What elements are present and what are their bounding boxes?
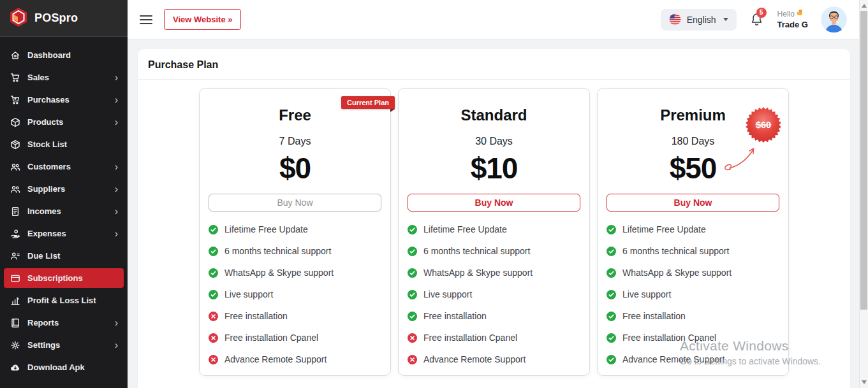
sidebar: POSpro DashboardSales›Purchases›Products… [0,0,128,388]
sidebar-item-reports[interactable]: Reports› [0,312,128,334]
sidebar-item-stock-list[interactable]: Stock List [0,133,128,155]
buy-now-button[interactable]: Buy Now [408,194,580,212]
sidebar-item-label: Reports [27,318,59,327]
feature-row: Live support [209,289,381,299]
pospro-logo-icon [9,7,28,30]
feature-label: Advance Remote Support [423,354,526,364]
sidebar-item-purchases[interactable]: Purchases› [0,89,128,111]
buy-now-button[interactable]: Buy Now [209,194,381,212]
vertical-scrollbar[interactable] [859,0,868,388]
sidebar-item-download-apk[interactable]: Download Apk [0,356,128,378]
scroll-up-arrow-icon[interactable] [862,4,867,8]
sidebar-item-profit-loss-list[interactable]: Profit & Loss List [0,289,128,312]
waving-hand-icon [797,9,804,19]
chevron-right-icon: › [115,162,118,172]
chevron-right-icon: › [115,117,118,127]
sidebar-item-label: Sales [27,73,49,82]
feature-row: WhatsApp & Skype support [408,268,580,278]
notification-count-badge: 5 [756,8,767,18]
user-avatar[interactable] [821,6,847,32]
check-icon [408,290,417,299]
feature-row: Live support [408,289,580,299]
feature-list: Lifetime Free Update6 months technical s… [607,224,779,364]
feature-row: Advance Remote Support [607,354,779,364]
feature-list: Lifetime Free Update6 months technical s… [209,224,381,364]
sidebar-item-label: Due List [27,251,60,261]
brand-name: POSpro [34,11,78,25]
username: Trade G [777,19,808,31]
sidebar-item-label: Customers [27,162,71,171]
cross-icon [209,312,218,321]
sidebar-item-customers[interactable]: Customers› [0,155,128,178]
us-flag-icon [669,13,681,25]
users-icon [10,183,20,194]
sidebar-item-due-list[interactable]: Due List [0,245,128,267]
bell-icon [749,18,764,29]
feature-label: WhatsApp & Skype support [224,268,334,278]
feature-row: Free installation [408,311,580,321]
sidebar-item-label: Incomes [27,206,61,216]
sidebar-item-sales[interactable]: Sales› [0,66,128,89]
feature-label: Free installation Cpanel [423,333,517,343]
feature-row: Lifetime Free Update [408,224,580,234]
feature-label: WhatsApp & Skype support [622,268,732,278]
chevron-right-icon: › [115,184,118,194]
feature-label: Live support [224,289,273,299]
feature-row: Lifetime Free Update [607,224,779,234]
feature-row: Free installation Cpanel [607,333,779,343]
plan-duration: 7 Days [209,136,381,147]
view-website-button[interactable]: View Website » [164,9,241,30]
cross-icon [209,355,218,364]
cross-icon [408,355,417,364]
main-content: Purchase Plan Current PlanFree7 Days$0Bu… [128,40,859,388]
plan-card-premium: $60 Premium180 Days$50Buy NowLifetime Fr… [597,88,789,376]
feature-row: Advance Remote Support [408,354,580,364]
sidebar-item-incomes[interactable]: Incomes› [0,200,128,222]
sidebar-item-label: Purchases [27,95,70,104]
notifications-bell[interactable]: 5 [749,11,765,28]
language-selector[interactable]: English [661,9,737,31]
cube-icon [10,139,20,150]
topbar: View Website » [128,0,859,40]
hamburger-menu-icon[interactable] [140,15,152,24]
hand-coin-icon [10,228,20,239]
sidebar-item-label: Profit & Loss List [27,296,96,305]
sidebar-item-expenses[interactable]: Expenses› [0,222,128,245]
scroll-down-arrow-icon[interactable] [862,380,867,384]
feature-row: WhatsApp & Skype support [607,268,779,278]
check-icon [607,355,616,364]
cart-icon [10,72,20,83]
feature-label: 6 months technical support [423,246,530,256]
sidebar-item-suppliers[interactable]: Suppliers› [0,178,128,200]
sidebar-header[interactable]: POSpro [0,0,128,37]
discount-arrow-icon [723,141,760,173]
feature-row: 6 months technical support [607,246,779,256]
sidebar-item-settings[interactable]: Settings› [0,334,128,356]
chevron-right-icon: › [115,318,118,328]
feature-label: 6 months technical support [622,246,729,256]
sidebar-item-dashboard[interactable]: Dashboard [0,44,128,66]
topbar-right: English 5 Hello [661,6,847,32]
box-icon [10,117,20,127]
scrollbar-thumb[interactable] [860,11,867,310]
sidebar-item-label: Products [27,117,63,127]
plan-name: Free [209,106,381,124]
check-icon [408,225,417,234]
sidebar-item-products[interactable]: Products› [0,111,128,133]
sidebar-item-label: Download Apk [27,363,85,372]
buy-now-button[interactable]: Buy Now [607,194,779,212]
user-greeting: Hello Trade G [777,9,808,31]
chevron-right-icon: › [115,95,118,105]
feature-label: Lifetime Free Update [423,224,507,234]
user-list-icon [10,250,20,261]
check-icon [408,268,417,278]
feature-row: WhatsApp & Skype support [209,268,381,278]
plan-name: Standard [408,106,580,124]
check-icon [607,225,616,234]
chevron-down-icon [723,18,728,21]
invoice-icon [10,206,20,217]
cart-plus-icon [10,94,20,105]
check-icon [408,247,417,256]
sidebar-item-subscriptions[interactable]: Subscriptions [4,268,124,288]
feature-label: 6 months technical support [224,246,331,256]
